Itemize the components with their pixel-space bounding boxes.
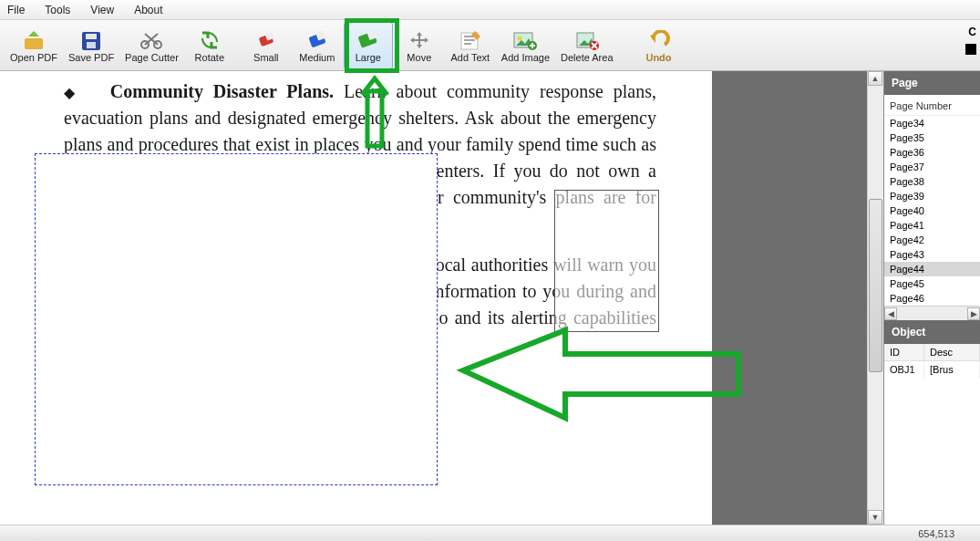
undo-label: Undo	[645, 52, 671, 63]
delete-area-button[interactable]: Delete Area	[556, 22, 617, 69]
add-text-button[interactable]: Add Text	[446, 22, 495, 69]
page-panel-header: Page	[884, 71, 980, 95]
page-list-item[interactable]: Page35	[884, 130, 980, 145]
page-list-item[interactable]: Page38	[884, 174, 980, 189]
save-pdf-icon	[78, 28, 104, 52]
object-panel-header: Object	[884, 320, 980, 344]
page-list-item[interactable]: Page45	[884, 276, 980, 291]
hscroll-right[interactable]: ▶	[967, 307, 980, 320]
menu-file[interactable]: File	[7, 4, 25, 16]
menu-bar: File Tools View About	[0, 0, 980, 20]
menu-about[interactable]: About	[134, 4, 162, 16]
page-list-item[interactable]: Page36	[884, 145, 980, 160]
object-table-header: ID Desc	[884, 344, 980, 361]
open-pdf-label: Open PDF	[10, 52, 57, 63]
move-button[interactable]: Move	[395, 22, 444, 69]
scroll-thumb[interactable]	[869, 199, 882, 372]
hscroll-left[interactable]: ◀	[884, 307, 897, 320]
page-list-item[interactable]: Page37	[884, 160, 980, 174]
vertical-scrollbar[interactable]: ▲ ▼	[867, 71, 883, 525]
svg-rect-3	[87, 42, 96, 48]
add-image-label: Add Image	[501, 52, 550, 63]
status-coords: 654,513	[918, 528, 954, 539]
eraser-medium-button[interactable]: Medium	[293, 22, 342, 69]
page-cutter-label: Page Cutter	[125, 52, 179, 63]
page-items: Page34Page35Page36Page37Page38Page39Page…	[884, 116, 980, 306]
svg-point-16	[518, 36, 522, 40]
para1-heading: Community Disaster Plans.	[110, 81, 334, 101]
object-row[interactable]: OBJ1 [Brus	[884, 361, 980, 378]
object-desc-header: Desc	[924, 344, 980, 360]
scroll-up-button[interactable]: ▲	[868, 71, 882, 86]
eraser-small-icon	[253, 28, 279, 52]
toolbar-right: C	[965, 26, 976, 55]
page-list-item[interactable]: Page42	[884, 233, 980, 247]
undo-button[interactable]: Undo	[634, 22, 684, 69]
page-list-item[interactable]: Page34	[884, 116, 980, 130]
add-text-icon	[458, 28, 483, 52]
move-icon	[407, 28, 432, 52]
eraser-small-label: Small	[253, 52, 279, 63]
page-margin-panel	[712, 71, 867, 525]
save-pdf-label: Save PDF	[68, 52, 114, 63]
open-pdf-icon	[21, 28, 46, 52]
object-id-cell: OBJ1	[884, 361, 924, 378]
eraser-medium-label: Medium	[299, 52, 335, 63]
add-image-icon	[512, 28, 538, 52]
page-cutter-icon	[139, 28, 164, 52]
page-number-header: Page Number	[884, 95, 980, 116]
save-pdf-button[interactable]: Save PDF	[64, 22, 119, 69]
document-wrap: ◆ Community Disaster Plans. Learn about …	[0, 71, 883, 525]
main-area: ◆ Community Disaster Plans. Learn about …	[0, 71, 980, 525]
object-desc-cell: [Brus	[924, 361, 980, 378]
color-swatch-black[interactable]	[965, 44, 976, 55]
open-pdf-button[interactable]: Open PDF	[5, 22, 62, 69]
rotate-button[interactable]: Rotate	[185, 22, 234, 69]
add-text-label: Add Text	[451, 52, 490, 63]
rotate-icon	[197, 28, 222, 52]
add-image-button[interactable]: Add Image	[497, 22, 554, 69]
object-id-header: ID	[884, 344, 924, 360]
page-list: Page Number Page34Page35Page36Page37Page…	[884, 95, 980, 320]
document-scroll[interactable]: ◆ Community Disaster Plans. Learn about …	[0, 71, 712, 525]
move-label: Move	[407, 52, 431, 63]
toolbar: Open PDF Save PDF Page Cutter Rotate Sma…	[0, 20, 980, 71]
svg-rect-2	[86, 34, 97, 39]
scroll-down-button[interactable]: ▼	[868, 510, 882, 525]
status-bar: 654,513	[0, 525, 980, 541]
eraser-large-icon	[356, 28, 381, 52]
rotate-label: Rotate	[195, 52, 224, 63]
page-list-item[interactable]: Page40	[884, 203, 980, 218]
delete-area-label: Delete Area	[561, 52, 613, 63]
page-list-item[interactable]: Page44	[884, 262, 980, 276]
side-panel: Page Page Number Page34Page35Page36Page3…	[883, 71, 980, 525]
page-list-item[interactable]: Page43	[884, 247, 980, 262]
page-cutter-button[interactable]: Page Cutter	[120, 22, 183, 69]
toolbar-corner-label: C	[968, 26, 976, 38]
undo-icon	[646, 28, 672, 52]
eraser-large-button[interactable]: Large	[344, 22, 393, 69]
page-list-item[interactable]: Page46	[884, 291, 980, 306]
page-list-hscroll[interactable]: ◀ ▶	[884, 306, 980, 320]
page-list-item[interactable]: Page39	[884, 189, 980, 203]
svg-rect-0	[25, 38, 43, 49]
eraser-large-label: Large	[356, 52, 381, 63]
menu-tools[interactable]: Tools	[45, 4, 70, 16]
erased-selection-box[interactable]	[35, 153, 438, 485]
eraser-cursor-preview	[554, 190, 659, 332]
eraser-medium-icon	[304, 28, 330, 52]
menu-view[interactable]: View	[90, 4, 114, 16]
bullet-icon: ◆	[64, 85, 80, 100]
object-table: ID Desc OBJ1 [Brus	[884, 344, 980, 378]
eraser-small-button[interactable]: Small	[242, 22, 291, 69]
page-list-item[interactable]: Page41	[884, 218, 980, 233]
delete-area-icon	[574, 28, 600, 52]
